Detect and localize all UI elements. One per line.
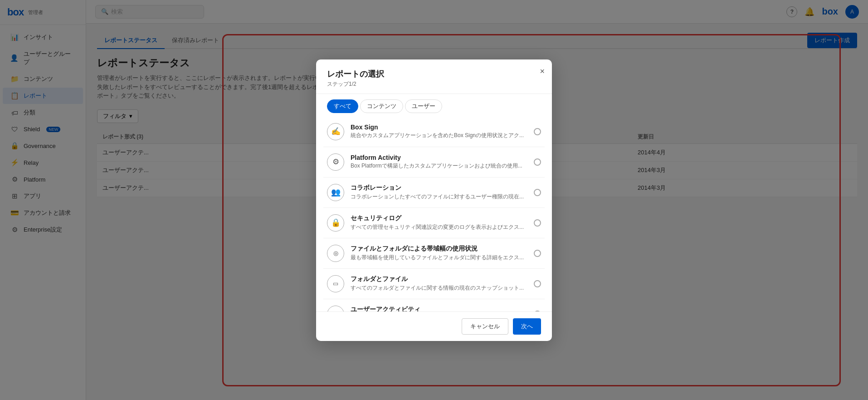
report-text: フォルダとファイル すべてのフォルダとファイルに関する情報の現在のスナップショッ… [351,275,527,292]
report-desc: 最も帯域幅を使用しているファイルとフォルダに関する詳細をエクス... [351,254,527,262]
report-item-platform-activity[interactable]: ⚙ Platform Activity Box Platformで構築したカスタ… [323,147,545,178]
modal-filter-tabs: すべて コンテンツ ユーザー [316,94,552,117]
filter-tab-all[interactable]: すべて [327,99,358,113]
platform-activity-icon: ⚙ [327,153,344,171]
report-name: セキュリティログ [351,214,527,222]
report-name: フォルダとファイル [351,275,527,283]
next-button[interactable]: 次へ [513,318,541,335]
report-item-box-sign[interactable]: ✍ Box Sign 統合やカスタムアプリケーションを含めたBox Signの使… [323,117,545,147]
report-text: Box Sign 統合やカスタムアプリケーションを含めたBox Signの使用状… [351,123,527,139]
report-item-collaboration[interactable]: 👥 コラボレーション コラボレーションしたすべてのファイルに対するユーザー権限の… [323,178,545,208]
box-sign-icon: ✍ [327,123,344,140]
report-text: コラボレーション コラボレーションしたすべてのファイルに対するユーザー権限の現在… [351,184,527,201]
report-name: ファイルとフォルダによる帯域幅の使用状況 [351,245,527,253]
folder-file-icon: ▭ [327,275,344,292]
report-item-security-log[interactable]: 🔒 セキュリティログ すべての管理セキュリティ関連設定の変更のログを表示およびエ… [323,208,545,238]
report-text: セキュリティログ すべての管理セキュリティ関連設定の変更のログを表示およびエクス… [351,214,527,231]
report-text: ユーザーアクティビティ 重要なユーザー操作のすべての監査ログを表示およびエクスポ… [351,306,527,311]
modal-title: レポートの選択 [327,69,541,79]
modal-report-list: ✍ Box Sign 統合やカスタムアプリケーションを含めたBox Signの使… [316,117,552,311]
modal-close-button[interactable]: × [540,67,545,76]
report-name: Platform Activity [351,154,527,161]
report-radio[interactable] [534,250,541,257]
report-desc: 統合やカスタムアプリケーションを含めたBox Signの使用状況とアク... [351,132,527,139]
report-radio[interactable] [534,189,541,196]
modal-step: ステップ1/2 [327,80,541,88]
report-desc: すべてのフォルダとファイルに関する情報の現在のスナップショット... [351,284,527,292]
report-desc: Box Platformで構築したカスタムアプリケーションおよび統合の使用... [351,162,527,170]
report-name: コラボレーション [351,184,527,192]
modal-header: レポートの選択 ステップ1/2 × [316,59,552,94]
bandwidth-icon: ◎ [327,245,344,262]
report-name: ユーザーアクティビティ [351,306,527,311]
filter-tab-user[interactable]: ユーザー [405,99,442,113]
modal-footer: キャンセル 次へ [316,311,552,341]
report-item-bandwidth[interactable]: ◎ ファイルとフォルダによる帯域幅の使用状況 最も帯域幅を使用しているファイルと… [323,238,545,269]
user-activity-icon: 〜 [327,306,344,311]
report-radio[interactable] [534,128,541,135]
report-text: ファイルとフォルダによる帯域幅の使用状況 最も帯域幅を使用しているファイルとフォ… [351,245,527,262]
report-item-folder-file[interactable]: ▭ フォルダとファイル すべてのフォルダとファイルに関する情報の現在のスナップシ… [323,269,545,299]
cancel-button[interactable]: キャンセル [462,318,508,335]
collaboration-icon: 👥 [327,184,344,201]
report-radio[interactable] [534,158,541,166]
report-radio[interactable] [534,280,541,287]
modal-overlay: レポートの選択 ステップ1/2 × すべて コンテンツ ユーザー ✍ Box S… [0,0,868,400]
report-text: Platform Activity Box Platformで構築したカスタムア… [351,154,527,170]
security-log-icon: 🔒 [327,214,344,232]
report-name: Box Sign [351,123,527,131]
report-desc: コラボレーションしたすべてのファイルに対するユーザー権限の現在... [351,193,527,201]
filter-tab-content[interactable]: コンテンツ [360,99,403,113]
report-item-user-activity[interactable]: 〜 ユーザーアクティビティ 重要なユーザー操作のすべての監査ログを表示およびエク… [323,299,545,311]
modal-dialog: レポートの選択 ステップ1/2 × すべて コンテンツ ユーザー ✍ Box S… [316,59,552,341]
report-radio[interactable] [534,219,541,227]
report-desc: すべての管理セキュリティ関連設定の変更のログを表示およびエクス... [351,223,527,231]
